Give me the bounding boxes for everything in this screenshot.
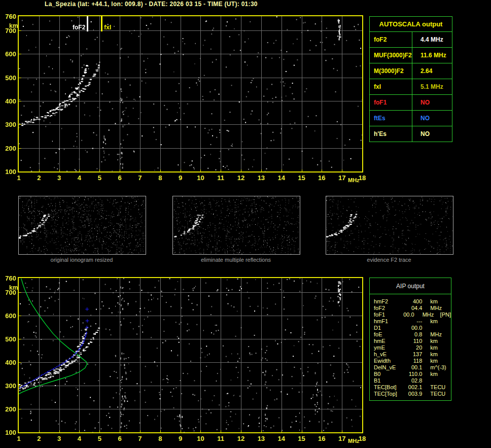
foF2-marker-line	[87, 16, 88, 31]
y-tick-label: 300	[1, 382, 16, 390]
y-tick-label: 500	[1, 74, 16, 82]
aip-parameter-label: foF2	[374, 305, 403, 312]
y-tick-label: 400	[1, 97, 16, 105]
fxI-marker-line	[101, 16, 102, 31]
thumbnail-canvas	[173, 196, 300, 254]
x-tick-label: 9	[175, 435, 186, 442]
x-axis-unit: MHz	[348, 177, 360, 183]
aip-parameter-value: 20	[403, 344, 422, 351]
aip-parameter-unit: km	[422, 358, 448, 364]
thumbnail-canvas	[19, 196, 146, 254]
aip-parameter-value: 118	[403, 358, 422, 364]
x-tick-label: 1	[13, 174, 24, 182]
aip-parameter-extra	[448, 364, 451, 371]
aip-parameter-extra	[448, 358, 451, 364]
aip-parameter-unit: km	[422, 318, 448, 325]
aip-row-ymE: ymE20km	[374, 344, 451, 351]
aip-parameter-label: foE	[374, 331, 403, 338]
aip-parameter-extra	[448, 384, 451, 391]
aip-parameter-value: 110.0	[403, 371, 422, 377]
aip-parameter-extra	[448, 305, 451, 312]
aip-row-foF1: foF100.0MHz[PN]	[374, 312, 451, 318]
x-tick-label: 17	[336, 174, 347, 182]
aip-parameter-value: 00.0	[398, 312, 414, 318]
thumbnail-eliminate	[172, 196, 300, 255]
aip-parameter-unit: km	[422, 344, 448, 351]
aip-parameter-extra	[448, 325, 451, 331]
thumbnail-caption-eliminate: eliminate multiple reflections	[172, 257, 299, 263]
ionogram-canvas	[19, 16, 362, 171]
aip-parameter-value: 0.8	[403, 331, 422, 338]
y-tick-label: 500	[1, 335, 16, 343]
aip-parameter-label: DelN_vE	[374, 364, 403, 371]
autoscala-parameter-label: fxI	[370, 79, 412, 94]
autoscala-parameter-value: NO	[412, 111, 452, 126]
x-tick-label: 2	[33, 435, 45, 442]
aip-parameter-value: ---	[403, 318, 422, 325]
aip-parameter-unit: MHz	[414, 312, 437, 318]
aip-parameter-extra: [PN]	[437, 312, 451, 318]
aip-parameter-label: TEC[Bot]	[374, 384, 403, 391]
aip-parameter-value: 00.1	[403, 364, 422, 371]
aip-parameter-value: 137	[403, 351, 422, 358]
aip-parameter-value: 002.1	[403, 384, 422, 391]
autoscala-window: { "title": "La_Spezia (lat: +44.1, lon: …	[0, 0, 491, 448]
x-axis-unit: MHz	[348, 438, 360, 444]
aip-parameter-unit: TECU	[422, 384, 448, 391]
x-tick-label: 11	[215, 435, 226, 442]
aip-parameter-unit: km	[422, 298, 448, 305]
autoscala-parameter-value: 2.64	[412, 63, 452, 79]
aip-parameter-extra	[448, 318, 451, 325]
aip-parameter-unit: MHz	[422, 331, 448, 338]
main-ionogram-plot	[18, 15, 363, 173]
x-tick-label: 6	[114, 435, 125, 442]
aip-parameter-label: hmE	[374, 338, 403, 344]
x-tick-label: 5	[94, 435, 105, 442]
aip-parameter-label: hmF2	[374, 298, 403, 305]
aip-parameter-unit	[422, 325, 448, 331]
x-tick-label: 16	[316, 174, 327, 182]
aip-parameter-value: 003.9	[403, 391, 422, 397]
aip-row-h_vE: h_vE137km	[374, 351, 451, 358]
x-tick-label: 10	[195, 435, 206, 442]
x-tick-label: 8	[155, 174, 166, 182]
aip-parameter-label: ymE	[374, 344, 403, 351]
aip-row-TEC[Bot]: TEC[Bot]002.1TECU	[374, 384, 451, 391]
aip-parameter-label: D1	[374, 325, 403, 331]
autoscala-row-ftEs: ftEsNO	[370, 111, 452, 126]
thumbnail-caption-evidence: evidence F2 trace	[326, 257, 452, 263]
x-tick-label: 7	[134, 174, 146, 182]
x-tick-label: 4	[74, 174, 85, 182]
x-tick-label: 5	[94, 174, 105, 182]
aip-parameter-unit: km	[422, 351, 448, 358]
y-tick-label: 600	[1, 312, 16, 320]
aip-parameter-value: 110	[403, 338, 422, 344]
x-tick-label: 12	[235, 174, 247, 182]
aip-parameter-label: TEC[Top]	[374, 391, 403, 397]
aip-parameter-extra	[448, 298, 451, 305]
y-axis-unit: km	[9, 284, 18, 291]
y-tick-label: 200	[1, 145, 16, 152]
y-tick-label: 760	[1, 274, 16, 282]
x-tick-label: 4	[74, 435, 85, 442]
aip-parameter-unit: km	[422, 338, 448, 344]
aip-output-table: AIP output hmF2400kmfoF204.4MHzfoF100.0M…	[369, 278, 451, 401]
autoscala-parameter-value: NO	[412, 95, 452, 110]
thumbnail-caption-original: original ionogram resized	[18, 257, 145, 263]
aip-parameter-value: 04.4	[403, 305, 422, 312]
x-tick-label: 1	[13, 435, 24, 442]
aip-parameter-unit: TECU	[422, 391, 448, 397]
aip-parameter-extra	[448, 344, 451, 351]
aip-parameter-unit	[422, 377, 448, 384]
autoscala-row-h'Es: h'EsNO	[370, 126, 452, 142]
y-tick-label: 600	[1, 50, 16, 58]
autoscala-parameter-label: foF1	[370, 95, 412, 110]
x-tick-label: 14	[276, 174, 287, 182]
aip-parameter-label: B1	[374, 377, 403, 384]
x-tick-label: 3	[54, 435, 65, 442]
foF2-marker-label: foF2	[66, 24, 85, 31]
aip-parameter-unit: m^(-3)	[422, 364, 448, 371]
autoscala-parameter-label: M(3000)F2	[370, 63, 412, 79]
aip-parameter-extra	[448, 391, 451, 397]
thumbnail-evidence	[326, 196, 453, 255]
